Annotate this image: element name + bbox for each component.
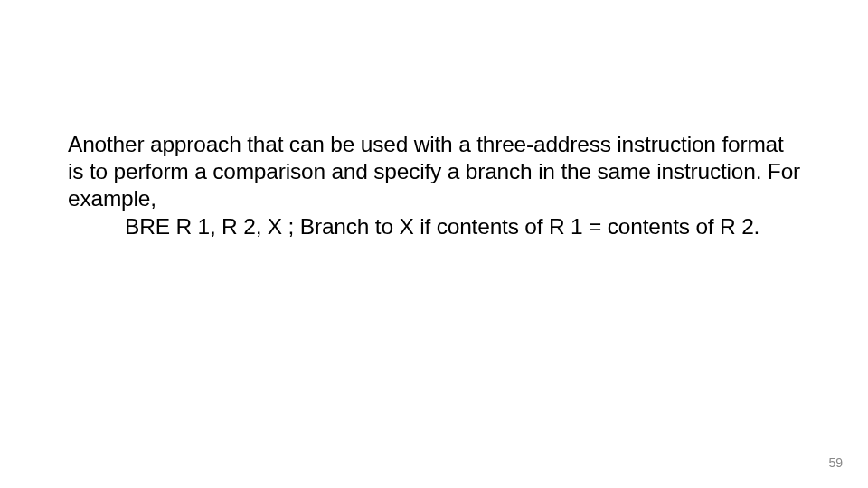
slide: Another approach that can be used with a… [0, 0, 868, 488]
example-line: BRE R 1, R 2, X ; Branch to X if content… [68, 213, 800, 240]
page-number: 59 [828, 455, 843, 470]
body-paragraph: Another approach that can be used with a… [68, 131, 800, 212]
